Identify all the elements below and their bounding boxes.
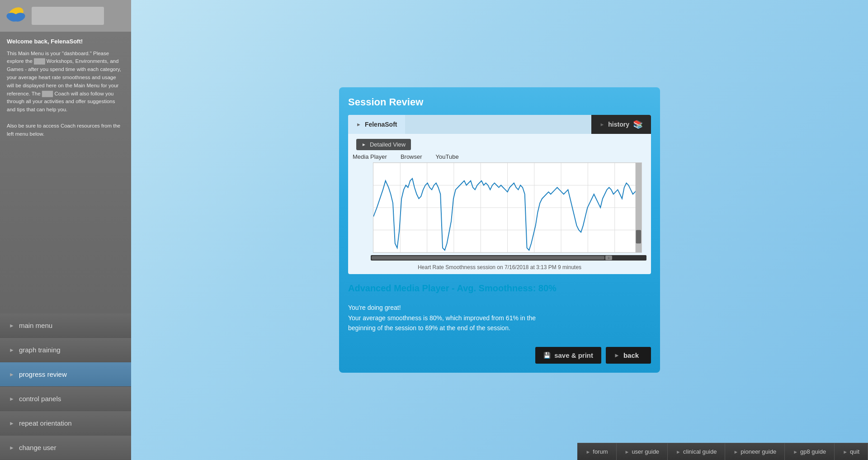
bottom-nav-quit-label: quit bbox=[850, 448, 859, 455]
sidebar-item-label: control panels bbox=[19, 395, 61, 403]
nav-arrow-icon: ► bbox=[9, 322, 14, 329]
sidebar-item-label: repeat orientation bbox=[19, 419, 72, 427]
bottom-nav-arrow-icon: ► bbox=[585, 449, 590, 455]
bottom-nav-arrow-icon: ► bbox=[676, 449, 681, 455]
nav-arrow-icon: ► bbox=[9, 347, 14, 353]
book-icon: 📚 bbox=[633, 119, 643, 129]
smoothness-label: Advanced Media Player - Avg. Smoothness:… bbox=[348, 283, 651, 294]
sidebar-item-label: graph training bbox=[19, 346, 61, 354]
sidebar-nav: ► main menu ► graph training ► progress … bbox=[0, 313, 131, 460]
back-arrow-icon: ► bbox=[614, 352, 620, 359]
tab-felenasoft[interactable]: ► FelenaSoft bbox=[348, 115, 405, 134]
sidebar-header bbox=[0, 0, 131, 32]
chart-label-browser: Browser bbox=[401, 153, 422, 160]
sidebar-item-graph-training[interactable]: ► graph training bbox=[0, 338, 131, 362]
nav-arrow-icon: ► bbox=[9, 371, 14, 378]
bottom-nav-forum[interactable]: ► forum bbox=[577, 443, 616, 460]
bottom-nav-arrow-icon: ► bbox=[793, 449, 798, 455]
bottom-nav-clinical-guide[interactable]: ► clinical guide bbox=[668, 443, 725, 460]
detailed-view-label: Detailed View bbox=[370, 141, 406, 148]
sidebar-item-control-panels[interactable]: ► control panels bbox=[0, 387, 131, 411]
logo-text-blurred bbox=[32, 7, 104, 25]
session-review-title: Session Review bbox=[348, 96, 651, 108]
welcome-body: This Main Menu is your "dashboard." Plea… bbox=[7, 50, 124, 138]
back-label: back bbox=[623, 351, 639, 359]
bottom-nav-arrow-icon: ► bbox=[625, 449, 630, 455]
detailed-view-arrow-icon: ► bbox=[362, 142, 366, 147]
action-buttons: 💾 save & print ► back bbox=[348, 347, 651, 364]
tab-history-label: history bbox=[608, 121, 629, 128]
bottom-nav-quit[interactable]: ► quit bbox=[835, 443, 868, 460]
sidebar-item-label: main menu bbox=[19, 322, 52, 329]
description-line2: Your average smoothness is 80%, which im… bbox=[348, 313, 651, 323]
description-text: You're doing great! Your average smoothn… bbox=[348, 303, 651, 333]
tab-history[interactable]: ► history 📚 bbox=[591, 115, 651, 134]
heart-rate-chart bbox=[373, 163, 642, 252]
svg-rect-18 bbox=[636, 230, 641, 244]
sidebar-item-label: progress review bbox=[19, 370, 67, 378]
chart-scrollbar[interactable]: + bbox=[371, 255, 646, 261]
app-logo bbox=[5, 5, 27, 27]
sidebar: Welcome back, FelenaSoft! This Main Menu… bbox=[0, 0, 131, 460]
description-line3: beginning of the session to 69% at the e… bbox=[348, 323, 651, 333]
chart-footer: Heart Rate Smoothness session on 7/16/20… bbox=[348, 263, 651, 274]
bottom-nav: ► forum ► user guide ► clinical guide ► … bbox=[131, 440, 868, 460]
tab-felenasoft-label: FelenaSoft bbox=[365, 121, 397, 128]
bottom-nav-arrow-icon: ► bbox=[733, 449, 738, 455]
sidebar-item-progress-review[interactable]: ► progress review bbox=[0, 362, 131, 387]
save-print-icon: 💾 bbox=[543, 352, 551, 359]
sidebar-item-main-menu[interactable]: ► main menu bbox=[0, 313, 131, 338]
tab-arrow-icon: ► bbox=[356, 122, 361, 127]
bottom-nav-arrow-icon: ► bbox=[843, 449, 848, 455]
nav-arrow-icon: ► bbox=[9, 445, 14, 451]
save-print-label: save & print bbox=[554, 351, 593, 359]
chart-label-youtube: YouTube bbox=[436, 153, 459, 160]
bottom-nav-forum-label: forum bbox=[593, 448, 608, 455]
detailed-view-badge[interactable]: ► Detailed View bbox=[356, 139, 411, 150]
bottom-nav-gp8-guide-label: gp8 guide bbox=[800, 448, 826, 455]
sidebar-item-label: change user bbox=[19, 444, 57, 451]
chart-labels-row: Media Player Browser YouTube bbox=[348, 152, 651, 162]
nav-arrow-icon: ► bbox=[9, 396, 14, 402]
sidebar-item-repeat-orientation[interactable]: ► repeat orientation bbox=[0, 411, 131, 436]
nav-arrow-icon: ► bbox=[9, 420, 14, 427]
bottom-nav-pioneer-guide-label: pioneer guide bbox=[741, 448, 776, 455]
chart-container: ► FelenaSoft ► history 📚 ► Detailed View… bbox=[348, 115, 651, 274]
main-content: Session Review ► FelenaSoft ► history 📚 … bbox=[131, 0, 868, 460]
chart-tabs: ► FelenaSoft ► history 📚 bbox=[348, 115, 651, 134]
bottom-nav-user-guide[interactable]: ► user guide bbox=[617, 443, 668, 460]
bottom-nav-user-guide-label: user guide bbox=[632, 448, 659, 455]
description-line1: You're doing great! bbox=[348, 303, 651, 313]
bottom-nav-pioneer-guide[interactable]: ► pioneer guide bbox=[725, 443, 785, 460]
tab-history-arrow-icon: ► bbox=[599, 122, 604, 127]
bottom-nav-clinical-guide-label: clinical guide bbox=[683, 448, 717, 455]
chart-label-media-player: Media Player bbox=[353, 153, 387, 160]
session-review-panel: Session Review ► FelenaSoft ► history 📚 … bbox=[339, 87, 660, 372]
welcome-title: Welcome back, FelenaSoft! bbox=[7, 37, 124, 46]
sidebar-item-change-user[interactable]: ► change user bbox=[0, 436, 131, 460]
back-button[interactable]: ► back bbox=[606, 347, 651, 364]
sidebar-welcome-text: Welcome back, FelenaSoft! This Main Menu… bbox=[0, 32, 131, 313]
chart-graphic bbox=[373, 162, 642, 253]
save-print-button[interactable]: 💾 save & print bbox=[535, 347, 601, 364]
bottom-nav-gp8-guide[interactable]: ► gp8 guide bbox=[785, 443, 835, 460]
